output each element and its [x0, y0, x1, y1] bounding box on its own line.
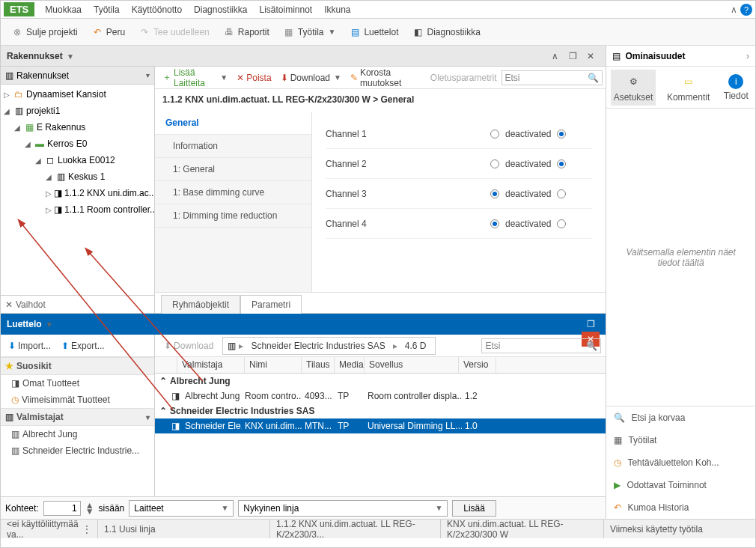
- table-row-selected[interactable]: ◨ Schneider Ele... KNX uni.dim.... MTN..…: [155, 418, 606, 433]
- link-todo[interactable]: ◷Tehtäväluettelon Koh...: [606, 451, 755, 474]
- tree-node-building[interactable]: ◢▦E Rakennus: [1, 119, 154, 136]
- pnav-general[interactable]: General: [155, 112, 311, 135]
- radio-option[interactable]: [490, 219, 499, 228]
- menu-workspace[interactable]: Työtila: [88, 2, 126, 17]
- tree-node-room[interactable]: ◢◻Luokka E0012: [1, 152, 154, 168]
- tree-node-device-2[interactable]: ▷◨1.1.1 Room controller...: [1, 201, 154, 218]
- menu-window[interactable]: Ikkuna: [318, 2, 356, 17]
- table-group[interactable]: ⌃Albrecht Jung: [155, 374, 606, 389]
- minimize-button[interactable]: ∧: [546, 49, 564, 64]
- menu-extras[interactable]: Lisätoiminnot: [253, 2, 318, 17]
- tab-settings[interactable]: ⚙Asetukset: [611, 70, 656, 106]
- add-devices-button[interactable]: ＋Lisää Laitteita▼: [158, 65, 232, 91]
- clock-icon: ◷: [11, 395, 19, 405]
- tab-parameter[interactable]: Parametri: [240, 295, 302, 314]
- delete-button[interactable]: ✕Poista: [232, 70, 275, 85]
- redo-button[interactable]: ↷Tee uudelleen: [132, 23, 216, 41]
- tree-node-floor[interactable]: ◢▬Kerros E0: [1, 136, 154, 152]
- tree-node-dynamic-folders[interactable]: ▷🗀Dynaamiset Kansiot: [1, 86, 154, 103]
- tree-header[interactable]: ▥ Rakennukset ▾: [1, 67, 154, 85]
- radio-option[interactable]: [557, 189, 566, 198]
- chevron-right-icon[interactable]: ›: [746, 51, 749, 61]
- menu-commissioning[interactable]: Käyttöönotto: [126, 2, 188, 17]
- search-input[interactable]: Etsi🔍: [502, 70, 603, 85]
- param-label: Channel 2: [326, 159, 490, 169]
- param-label: Channel 4: [326, 219, 490, 229]
- recent-products-item[interactable]: ◷Viimeisimmät Tuotteet: [1, 392, 154, 408]
- crumb-manufacturer[interactable]: Schneider Electric Industries SAS: [246, 339, 389, 353]
- close-button[interactable]: ✕: [582, 49, 600, 64]
- highlight-changes-button[interactable]: ✎Korosta muutokset: [346, 65, 426, 91]
- radio-option[interactable]: [557, 219, 566, 228]
- table-group[interactable]: ⌃Schneider Electric Industries SAS: [155, 404, 606, 418]
- chevron-down-icon[interactable]: ▼: [46, 320, 53, 329]
- col-version[interactable]: Versio: [459, 357, 496, 373]
- tree-node-device-1[interactable]: ▷◨1.1.2 KNX uni.dim.ac...: [1, 185, 154, 201]
- pnav-1-base-dimming[interactable]: 1: Base dimming curve: [155, 181, 311, 204]
- clock-icon: ◷: [614, 457, 621, 468]
- col-order[interactable]: Tilaus: [302, 357, 335, 373]
- restore-button[interactable]: ❐: [582, 317, 600, 332]
- tab-comments[interactable]: ▭Kommentit: [664, 70, 713, 106]
- tree-node-center[interactable]: ◢▥Keskus 1: [1, 168, 154, 185]
- param-row-channel4: Channel 4 deactivated: [326, 209, 592, 239]
- pnav-1-general[interactable]: 1: General: [155, 158, 311, 181]
- restore-button[interactable]: ❐: [564, 49, 582, 64]
- combo-devices[interactable]: Laitteet▼: [129, 500, 234, 517]
- crumb-version[interactable]: 4.6 D: [400, 339, 431, 353]
- download-button[interactable]: ⬇Download▼: [276, 70, 346, 85]
- default-params-button[interactable]: Oletusparametrit: [426, 70, 502, 85]
- import-button[interactable]: ⬇Import...: [4, 338, 55, 353]
- menu-edit[interactable]: Muokkaa: [39, 2, 88, 17]
- manufacturer-item[interactable]: ▥Albrecht Jung: [1, 426, 154, 442]
- own-products-item[interactable]: ◨Omat Tuotteet: [1, 375, 154, 392]
- link-find-replace[interactable]: 🔍Etsi ja korvaa: [606, 407, 755, 429]
- lists-button[interactable]: ▤Luettelot: [343, 23, 404, 41]
- tree-node-project[interactable]: ◢▥projekti1: [1, 103, 154, 119]
- download-button[interactable]: ⬇Download: [159, 338, 218, 353]
- export-button[interactable]: ⬆Export...: [57, 338, 109, 353]
- export-icon: ⬆: [61, 341, 69, 351]
- tab-group-objects[interactable]: Ryhmäobjektit: [161, 295, 240, 314]
- radio-option[interactable]: [490, 130, 499, 138]
- reports-button[interactable]: 🖶Raportit: [217, 23, 275, 41]
- manufacturer-item[interactable]: ▥Schneider Electric Industrie...: [1, 442, 154, 459]
- add-button[interactable]: Lisää: [452, 500, 496, 517]
- col-application[interactable]: Sovellus: [365, 357, 459, 373]
- help-icon[interactable]: ?: [740, 4, 752, 16]
- radio-option[interactable]: [490, 189, 499, 198]
- pnav-information[interactable]: Information: [155, 135, 311, 158]
- radio-label: deactivated: [505, 129, 551, 139]
- changes-section[interactable]: ✕Vaihdot: [1, 295, 154, 313]
- col-manufacturer[interactable]: Valmistaja: [177, 357, 245, 373]
- radio-option[interactable]: [557, 159, 566, 168]
- col-name[interactable]: Nimi: [245, 357, 302, 373]
- radio-option[interactable]: [490, 159, 499, 168]
- close-project-button[interactable]: ⊗Sulje projekti: [5, 23, 84, 41]
- minimize-button[interactable]: ∧: [582, 302, 600, 317]
- collapse-icon[interactable]: ∧: [731, 4, 737, 15]
- col-media[interactable]: Media: [335, 357, 365, 373]
- combo-line[interactable]: Nykyinen linja▼: [238, 500, 448, 517]
- tab-info[interactable]: iTiedot: [721, 71, 752, 104]
- chevron-down-icon[interactable]: ▼: [67, 52, 74, 61]
- room-icon: ◻: [45, 155, 55, 165]
- undo-button[interactable]: ↶Peru: [85, 23, 131, 41]
- pnav-1-dimming-time[interactable]: 1: Dimming time reduction: [155, 204, 311, 228]
- stepper-down[interactable]: ▼: [85, 508, 94, 514]
- radio-label: deactivated: [505, 189, 551, 199]
- table-row[interactable]: ◨ Albrecht Jung Room contro... 4093... T…: [155, 389, 606, 404]
- radio-option[interactable]: [557, 130, 566, 138]
- workspace-button[interactable]: ▦Työtila▼: [277, 23, 342, 41]
- link-pending[interactable]: ▶Odottavat Toiminnot: [606, 474, 755, 496]
- diagnostics-button[interactable]: ◧Diagnostiikka: [406, 23, 486, 41]
- link-workspaces[interactable]: ▦Työtilat: [606, 429, 755, 451]
- catalog-search[interactable]: Etsi🔍: [481, 338, 601, 353]
- manufacturers-header[interactable]: ▥Valmistajat▾: [1, 408, 154, 426]
- chevron-right-icon: ▸: [393, 341, 397, 351]
- link-undo-history[interactable]: ↶Kumoa Historia: [606, 496, 755, 519]
- items-count-input[interactable]: [43, 501, 81, 516]
- menu-diagnostics[interactable]: Diagnostiikka: [188, 2, 253, 17]
- building-tree: ▷🗀Dynaamiset Kansiot ◢▥projekti1 ◢▦E Rak…: [1, 85, 154, 295]
- favorites-header[interactable]: ★Suosikit: [1, 357, 154, 375]
